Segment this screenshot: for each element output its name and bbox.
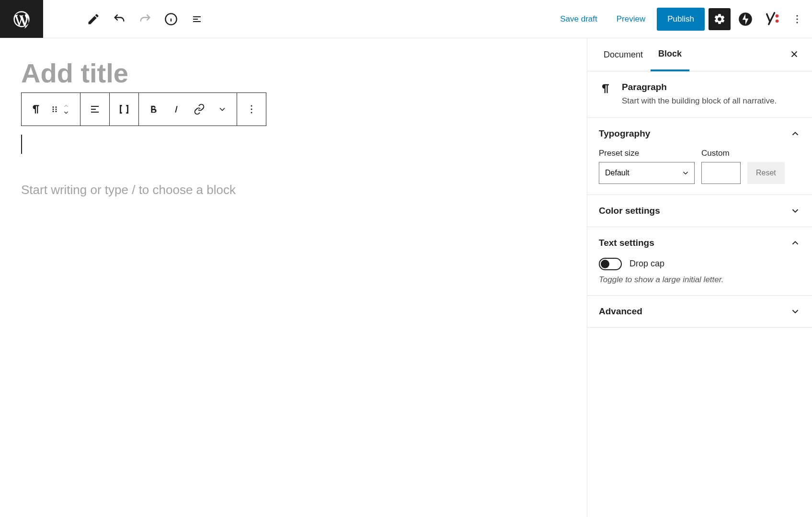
tab-block[interactable]: Block: [651, 38, 689, 71]
custom-size-input[interactable]: [701, 162, 741, 184]
drag-icon: [50, 105, 59, 114]
drag-handle[interactable]: [47, 93, 62, 126]
typography-toggle[interactable]: Typography: [599, 128, 801, 139]
drop-cap-label: Drop cap: [629, 259, 664, 269]
block-desc: Start with the building block of all nar…: [622, 95, 777, 107]
svg-point-10: [56, 109, 57, 110]
chevron-down-icon: [217, 104, 227, 114]
brackets-icon: [118, 103, 130, 115]
settings-button[interactable]: [709, 8, 731, 30]
reset-button[interactable]: Reset: [747, 162, 785, 184]
text-settings-toggle[interactable]: Text settings: [599, 238, 801, 248]
align-button[interactable]: [83, 93, 106, 126]
svg-point-13: [251, 105, 252, 107]
pencil-icon: [87, 12, 100, 26]
align-left-icon: [89, 103, 101, 115]
block-type-button[interactable]: [24, 93, 47, 126]
wordpress-logo[interactable]: [0, 0, 43, 38]
sidebar-tabs: Document Block: [587, 38, 812, 71]
preset-size-label: Preset size: [599, 149, 695, 158]
svg-point-15: [251, 112, 252, 114]
post-title-input[interactable]: Add title: [21, 57, 566, 89]
chevron-down-icon: [62, 109, 70, 116]
yoast-icon: [764, 11, 779, 27]
link-icon: [194, 103, 205, 115]
svg-point-2: [776, 14, 779, 18]
gear-icon: [713, 13, 726, 25]
chevron-up-icon: [790, 128, 801, 139]
text-settings-panel: Text settings Drop cap Toggle to show a …: [587, 227, 812, 296]
color-settings-toggle[interactable]: Color settings: [599, 206, 801, 216]
svg-point-9: [53, 109, 54, 110]
drop-cap-toggle[interactable]: [599, 258, 622, 270]
typography-panel: Typography Preset size Default: [587, 118, 812, 195]
advanced-toggle[interactable]: Advanced: [599, 306, 801, 317]
block-more-button[interactable]: [240, 93, 263, 126]
color-settings-panel: Color settings: [587, 195, 812, 227]
outline-button[interactable]: [184, 6, 210, 32]
redo-icon: [138, 12, 152, 26]
undo-icon: [113, 12, 126, 26]
block-description-panel: Paragraph Start with the building block …: [587, 71, 812, 118]
chevron-up-icon: [62, 103, 70, 109]
jetpack-icon: [738, 12, 753, 26]
info-icon: [164, 12, 178, 26]
add-block-button[interactable]: [58, 8, 80, 30]
chevron-down-icon: [790, 306, 801, 317]
header-right: Save draft Preview Publish: [552, 8, 808, 31]
link-button[interactable]: [188, 93, 211, 126]
bold-icon: [148, 104, 159, 115]
header-left: [0, 0, 210, 38]
more-formatting-button[interactable]: [211, 93, 234, 126]
list-icon: [191, 13, 203, 25]
advanced-panel: Advanced: [587, 296, 812, 328]
dots-vertical-icon: [246, 103, 257, 115]
block-toolbar: [21, 92, 266, 126]
custom-size-label: Custom: [701, 149, 741, 158]
svg-point-11: [53, 111, 54, 112]
edit-mode-button[interactable]: [80, 6, 106, 32]
top-toolbar: Save draft Preview Publish: [0, 0, 812, 38]
sidebar-close-button[interactable]: [785, 45, 803, 65]
paragraph-icon: [599, 82, 612, 95]
wordpress-icon: [12, 10, 31, 29]
yoast-button[interactable]: [760, 8, 782, 30]
drop-cap-hint: Toggle to show a large initial letter.: [599, 275, 801, 285]
redo-button[interactable]: [132, 6, 158, 32]
block-title: Paragraph: [622, 82, 777, 92]
width-button[interactable]: [113, 93, 136, 126]
svg-point-14: [251, 109, 252, 110]
plus-icon: [63, 12, 76, 26]
publish-button[interactable]: Publish: [657, 8, 705, 31]
jetpack-button[interactable]: [734, 8, 756, 30]
svg-point-6: [797, 22, 798, 23]
svg-point-8: [56, 106, 57, 108]
preview-button[interactable]: Preview: [609, 8, 653, 31]
undo-button[interactable]: [106, 6, 132, 32]
text-cursor: [21, 135, 22, 154]
svg-point-5: [797, 18, 798, 20]
block-movers[interactable]: [62, 103, 77, 116]
preset-size-select[interactable]: Default: [599, 162, 695, 184]
info-button[interactable]: [158, 6, 184, 32]
paragraph-icon: [30, 103, 42, 115]
svg-point-7: [53, 106, 54, 108]
tab-document[interactable]: Document: [596, 39, 651, 70]
italic-button[interactable]: [165, 93, 188, 126]
block-placeholder[interactable]: Start writing or type / to choose a bloc…: [21, 183, 566, 197]
settings-sidebar: Document Block Paragraph Start with the …: [587, 38, 812, 517]
close-icon: [789, 49, 800, 59]
italic-icon: [172, 104, 181, 114]
chevron-up-icon: [790, 238, 801, 248]
save-draft-button[interactable]: Save draft: [552, 8, 605, 31]
svg-point-12: [56, 111, 57, 112]
bold-button[interactable]: [142, 93, 165, 126]
more-options-button[interactable]: [786, 8, 808, 30]
svg-point-3: [776, 19, 779, 23]
svg-point-4: [797, 15, 798, 16]
editor-canvas[interactable]: Add title: [0, 38, 587, 517]
dots-vertical-icon: [791, 13, 803, 25]
chevron-down-icon: [790, 206, 801, 216]
